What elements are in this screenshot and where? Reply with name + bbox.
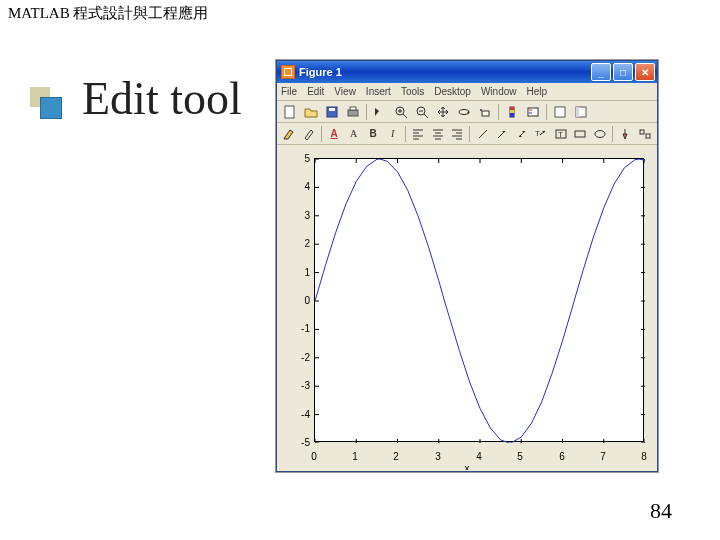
ytick-label: -4 (278, 409, 310, 420)
menu-edit[interactable]: Edit (307, 86, 324, 97)
insert-textbox-button[interactable]: T (552, 125, 569, 143)
print-button[interactable] (344, 103, 362, 121)
toolbar-separator (546, 104, 547, 120)
insert-double-arrow-button[interactable] (513, 125, 530, 143)
svg-point-45 (595, 130, 605, 137)
svg-rect-13 (482, 111, 489, 116)
svg-rect-19 (528, 108, 538, 116)
zoom-out-button[interactable] (413, 103, 431, 121)
face-color-button[interactable] (281, 125, 298, 143)
menu-window[interactable]: Window (481, 86, 517, 97)
svg-rect-18 (510, 113, 514, 117)
align-objects-button[interactable] (636, 125, 653, 143)
ytick-label: -5 (278, 437, 310, 448)
line-plot (315, 159, 645, 443)
svg-text:T: T (558, 130, 563, 139)
toolbar-separator (321, 126, 322, 142)
slide-title-block: Edit tool (30, 72, 242, 125)
font-button[interactable]: A (345, 125, 362, 143)
xtick-label: 1 (352, 451, 358, 462)
figure-toolbar (277, 101, 657, 123)
svg-rect-0 (285, 106, 294, 118)
svg-rect-16 (510, 107, 514, 110)
svg-point-14 (480, 109, 482, 111)
new-figure-button[interactable] (281, 103, 299, 121)
toolbar-separator (498, 104, 499, 120)
toolbar-separator (405, 126, 406, 142)
slide-title: Edit tool (82, 72, 242, 125)
ytick-label: 3 (278, 210, 310, 221)
plot-area: 5 4 3 2 1 0 -1 -2 -3 -4 -5 0 1 2 3 4 5 6… (278, 146, 656, 470)
show-plot-tools-button[interactable] (572, 103, 590, 121)
menubar: File Edit View Insert Tools Desktop Wind… (277, 83, 657, 101)
xtick-label: 6 (559, 451, 565, 462)
minimize-icon: _ (598, 67, 604, 78)
svg-line-10 (424, 114, 428, 118)
menu-help[interactable]: Help (527, 86, 548, 97)
save-button[interactable] (323, 103, 341, 121)
ytick-label: -3 (278, 380, 310, 391)
menu-view[interactable]: View (334, 86, 356, 97)
ytick-label: 1 (278, 267, 310, 278)
window-title: Figure 1 (299, 66, 591, 78)
svg-rect-4 (350, 107, 356, 110)
rotate3d-button[interactable] (455, 103, 473, 121)
xtick-label: 2 (393, 451, 399, 462)
svg-rect-44 (575, 131, 585, 137)
svg-rect-24 (576, 107, 579, 117)
insert-arrow-button[interactable] (494, 125, 511, 143)
maximize-button[interactable]: □ (613, 63, 633, 81)
align-right-button[interactable] (449, 125, 466, 143)
hide-plot-tools-button[interactable] (551, 103, 569, 121)
matlab-figure-window: Figure 1 _ □ ✕ File Edit View Insert Too… (276, 60, 658, 472)
zoom-in-button[interactable] (392, 103, 410, 121)
ytick-label: -1 (278, 323, 310, 334)
page-header: MATLAB 程式設計與工程應用 (8, 4, 208, 23)
close-button[interactable]: ✕ (635, 63, 655, 81)
matlab-icon (281, 65, 295, 79)
data-cursor-button[interactable] (476, 103, 494, 121)
xtick-label: 7 (600, 451, 606, 462)
menu-file[interactable]: File (281, 86, 297, 97)
window-titlebar[interactable]: Figure 1 _ □ ✕ (277, 61, 657, 83)
menu-tools[interactable]: Tools (401, 86, 424, 97)
edit-plot-button[interactable] (371, 103, 389, 121)
menu-desktop[interactable]: Desktop (434, 86, 471, 97)
ytick-label: -2 (278, 352, 310, 363)
italic-button[interactable]: I (384, 125, 401, 143)
toolbar-separator (366, 104, 367, 120)
svg-rect-3 (348, 110, 358, 116)
svg-rect-22 (555, 107, 565, 117)
xtick-label: 3 (435, 451, 441, 462)
ytick-label: 2 (278, 238, 310, 249)
maximize-icon: □ (620, 67, 626, 78)
xtick-label: 8 (641, 451, 647, 462)
insert-ellipse-button[interactable] (591, 125, 608, 143)
menu-insert[interactable]: Insert (366, 86, 391, 97)
xtick-label: 5 (517, 451, 523, 462)
svg-point-12 (459, 109, 469, 114)
toolbar-separator (469, 126, 470, 142)
insert-line-button[interactable] (474, 125, 491, 143)
bold-button[interactable]: B (365, 125, 382, 143)
axes[interactable] (314, 158, 644, 442)
insert-legend-button[interactable] (524, 103, 542, 121)
page-number: 84 (650, 498, 672, 524)
slide-bullet-icon (30, 87, 54, 111)
svg-rect-2 (329, 108, 335, 111)
edge-color-button[interactable] (301, 125, 318, 143)
insert-text-arrow-button[interactable]: T (533, 125, 550, 143)
pin-button[interactable] (617, 125, 634, 143)
minimize-button[interactable]: _ (591, 63, 611, 81)
align-center-button[interactable] (429, 125, 446, 143)
insert-rectangle-button[interactable] (572, 125, 589, 143)
svg-rect-47 (646, 134, 650, 138)
pan-button[interactable] (434, 103, 452, 121)
align-left-button[interactable] (410, 125, 427, 143)
insert-colorbar-button[interactable] (503, 103, 521, 121)
close-icon: ✕ (641, 67, 649, 78)
x-axis-label: x (465, 463, 470, 470)
open-button[interactable] (302, 103, 320, 121)
svg-rect-46 (640, 130, 644, 134)
text-color-button[interactable]: A (326, 125, 343, 143)
